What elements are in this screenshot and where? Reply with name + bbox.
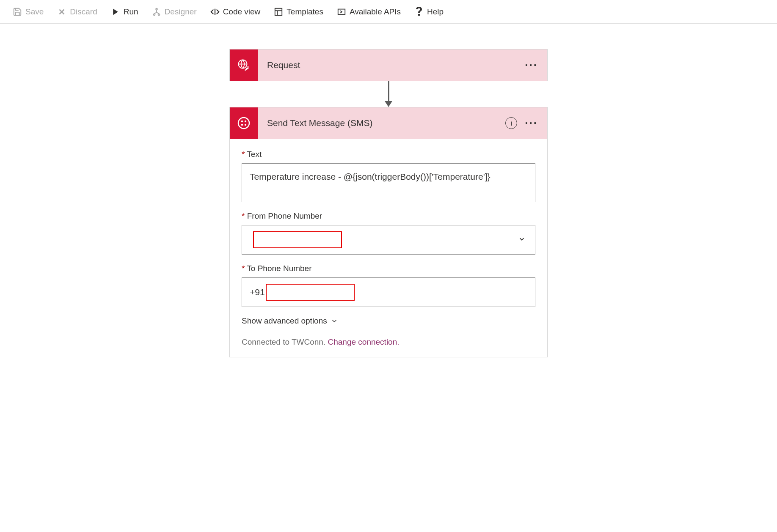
connection-footer: Connected to TWConn. Change connection.: [242, 337, 535, 347]
twilio-icon: [230, 107, 258, 139]
designer-button[interactable]: Designer: [145, 4, 204, 20]
help-button[interactable]: Help: [408, 4, 450, 20]
svg-point-18: [245, 124, 246, 126]
svg-point-17: [241, 124, 243, 126]
connection-name: TWConn: [292, 337, 323, 346]
request-card-header[interactable]: Request ···: [230, 49, 547, 81]
svg-point-15: [241, 121, 243, 122]
info-icon[interactable]: i: [505, 117, 517, 129]
sms-card-header[interactable]: Send Text Message (SMS) i ···: [230, 107, 547, 139]
to-phone-field: * To Phone Number +91: [242, 264, 535, 307]
run-button[interactable]: Run: [104, 4, 145, 20]
help-icon: [414, 7, 424, 16]
help-label: Help: [427, 7, 444, 16]
templates-icon: [274, 7, 283, 16]
to-phone-redacted: [266, 284, 355, 301]
api-icon: [337, 7, 346, 16]
svg-point-14: [238, 118, 249, 129]
svg-point-16: [245, 121, 246, 122]
sms-card-title: Send Text Message (SMS): [258, 118, 505, 128]
text-field: * Text Temperature increase - @{json(tri…: [242, 150, 535, 202]
svg-point-5: [158, 14, 160, 15]
to-phone-label: * To Phone Number: [242, 264, 535, 273]
discard-button[interactable]: Discard: [50, 4, 104, 20]
play-icon: [111, 7, 120, 16]
svg-rect-7: [275, 8, 282, 15]
sms-card-menu[interactable]: ···: [525, 118, 538, 129]
templates-label: Templates: [287, 7, 323, 16]
chevron-down-icon: [518, 233, 526, 246]
save-button[interactable]: Save: [6, 4, 50, 20]
available-apis-button[interactable]: Available APIs: [330, 4, 408, 20]
run-label: Run: [124, 7, 138, 16]
request-trigger-card[interactable]: Request ···: [229, 49, 548, 81]
sms-card-body: * Text Temperature increase - @{json(tri…: [230, 139, 547, 357]
to-phone-input[interactable]: +91: [242, 277, 535, 307]
discard-label: Discard: [70, 7, 97, 16]
from-phone-redacted: [253, 231, 342, 248]
from-phone-field: * From Phone Number: [242, 211, 535, 255]
text-field-label: * Text: [242, 150, 535, 159]
request-card-menu[interactable]: ···: [525, 60, 538, 71]
available-apis-label: Available APIs: [350, 7, 401, 16]
show-advanced-options[interactable]: Show advanced options: [242, 316, 535, 326]
text-input[interactable]: Temperature increase - @{json(triggerBod…: [242, 163, 535, 202]
from-phone-label: * From Phone Number: [242, 211, 535, 221]
flow-connector: [385, 81, 392, 107]
change-connection-link[interactable]: Change connection.: [328, 337, 400, 346]
designer-icon: [152, 7, 161, 16]
request-card-title: Request: [258, 60, 525, 70]
save-label: Save: [25, 7, 44, 16]
designer-canvas: Request ··· Send Text Message (SMS) i ··…: [0, 24, 777, 383]
sms-action-card: Send Text Message (SMS) i ··· * Text Tem…: [229, 107, 548, 357]
from-phone-select[interactable]: [242, 225, 535, 255]
svg-marker-2: [113, 8, 118, 15]
svg-point-4: [153, 14, 155, 15]
code-view-label: Code view: [223, 7, 261, 16]
chevron-down-icon: [331, 317, 338, 325]
designer-label: Designer: [165, 7, 197, 16]
code-icon: [210, 7, 220, 16]
toolbar: Save Discard Run Designer Code view Temp…: [0, 0, 777, 24]
advanced-label: Show advanced options: [242, 316, 327, 326]
to-phone-prefix: +91: [250, 286, 265, 298]
text-input-value: Temperature increase - @{json(triggerBod…: [250, 170, 490, 183]
save-icon: [13, 7, 22, 16]
svg-point-3: [156, 8, 157, 10]
request-icon: [230, 49, 258, 81]
code-view-button[interactable]: Code view: [204, 4, 267, 20]
close-icon: [57, 7, 66, 16]
templates-button[interactable]: Templates: [267, 4, 330, 20]
